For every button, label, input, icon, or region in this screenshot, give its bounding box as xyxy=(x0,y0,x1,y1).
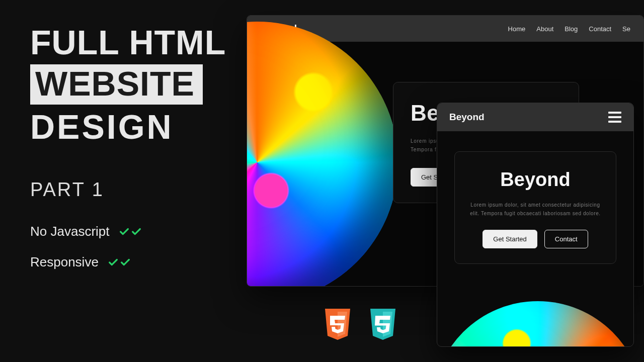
mobile-hero-card: Beyond Lorem ipsum dolor, sit amet conse… xyxy=(454,151,616,264)
title-line-3: DESIGN xyxy=(30,110,231,144)
mobile-brand[interactable]: Beyond xyxy=(449,112,485,123)
double-check-icon xyxy=(108,257,131,268)
mobile-hero-subtitle: Lorem ipsum dolor, sit amet consectetur … xyxy=(470,201,601,218)
nav-link-home[interactable]: Home xyxy=(508,25,526,33)
nav-link-blog[interactable]: Blog xyxy=(565,25,578,33)
hamburger-menu-icon[interactable] xyxy=(608,112,621,123)
feature-responsive: Responsive xyxy=(30,254,231,270)
mobile-mockup: Beyond Beyond Lorem ipsum dolor, sit ame… xyxy=(437,103,634,347)
nav-link-partial[interactable]: Se xyxy=(622,25,630,33)
planet-image xyxy=(247,22,398,287)
tech-badges xyxy=(322,307,398,342)
title-line-2-highlight: WEBSITE xyxy=(30,64,203,105)
part-label: PART 1 xyxy=(30,179,231,201)
title-block: FULL HTML WEBSITE DESIGN PART 1 No Javas… xyxy=(30,25,231,285)
desktop-nav-links: Home About Blog Contact Se xyxy=(508,25,630,33)
css3-icon xyxy=(367,307,398,342)
nav-link-contact[interactable]: Contact xyxy=(589,25,611,33)
feature-label: Responsive xyxy=(30,254,99,270)
feature-no-javascript: No Javascript xyxy=(30,224,231,239)
contact-button[interactable]: Contact xyxy=(544,230,588,248)
title-line-1: FULL HTML xyxy=(30,25,231,59)
mobile-hero-title: Beyond xyxy=(470,169,601,191)
mobile-navbar: Beyond xyxy=(437,103,633,131)
nav-link-about[interactable]: About xyxy=(536,25,553,33)
double-check-icon xyxy=(119,226,142,237)
get-started-button[interactable]: Get Started xyxy=(482,230,537,248)
feature-list: No Javascript Responsive xyxy=(30,224,231,270)
feature-label: No Javascript xyxy=(30,224,110,239)
planet-image xyxy=(437,301,634,347)
html5-icon xyxy=(322,307,353,342)
